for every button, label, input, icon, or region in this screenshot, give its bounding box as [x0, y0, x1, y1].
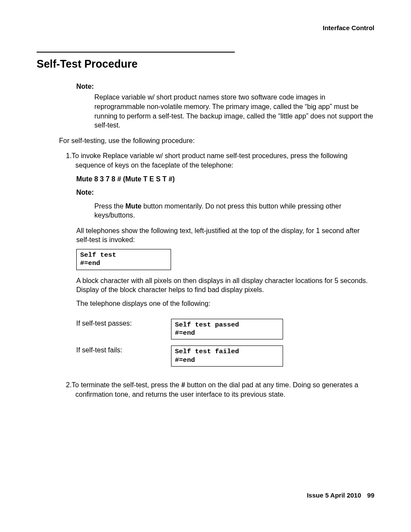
pass-code: Self test passed #=end: [171, 319, 283, 340]
step-1-text: To invoke Replace variable w/ short prod…: [72, 152, 347, 169]
note2-bold: Mute: [125, 202, 141, 210]
result-row-pass: If self-test passes: Self test passed #=…: [76, 319, 283, 340]
display-code-initial: Self test #=end: [76, 249, 171, 270]
block-char-text: A block character with all pixels on the…: [76, 276, 374, 295]
note2-a: Press the: [94, 202, 125, 210]
step-1-num: 1.: [66, 152, 72, 159]
running-header: Interface Control: [323, 24, 374, 32]
note-body-2: Press the Mute button momentarily. Do no…: [94, 202, 374, 220]
note-label-2: Note:: [76, 188, 374, 197]
result-table: If self-test passes: Self test passed #=…: [76, 313, 283, 373]
after-note-text: All telephones show the following text, …: [76, 226, 374, 245]
section-title: Self-Test Procedure: [37, 57, 374, 72]
page-footer: Issue 5 April 201099: [307, 491, 374, 500]
pass-label: If self-test passes:: [76, 319, 171, 340]
note-body-1: Replace variable w/ short product names …: [94, 93, 374, 130]
step-2: 2.To terminate the self-test, press the …: [66, 380, 374, 399]
fail-code: Self test failed #=end: [171, 345, 283, 367]
step-2-bold: #: [181, 381, 185, 389]
fail-box-cell: Self test failed #=end: [171, 345, 283, 367]
displays-one-text: The telephone displays one of the follow…: [76, 299, 374, 308]
section-rule: [37, 52, 235, 53]
intro-text: For self-testing, use the following proc…: [59, 136, 374, 146]
pass-box-cell: Self test passed #=end: [171, 319, 283, 340]
fail-label: If self-test fails:: [76, 345, 171, 367]
step-2-num: 2.: [66, 381, 72, 389]
step-2-a: To terminate the self-test, press the: [72, 381, 181, 389]
note-label-1: Note:: [76, 82, 374, 91]
key-sequence: Mute 8 3 7 8 # (Mute T E S T #): [76, 174, 374, 184]
footer-page: 99: [367, 492, 374, 499]
footer-issue: Issue 5 April 2010: [307, 492, 361, 499]
step-1: 1.To invoke Replace variable w/ short pr…: [66, 151, 374, 170]
result-row-fail: If self-test fails: Self test failed #=e…: [76, 345, 283, 367]
